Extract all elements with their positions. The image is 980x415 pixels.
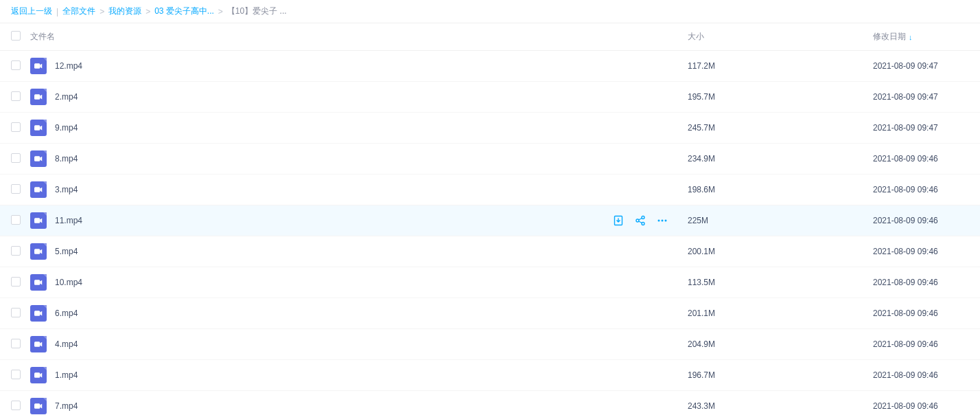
table-row[interactable]: 11.mp4225M2021-08-09 09:46 — [0, 205, 980, 236]
table-row[interactable]: 3.mp4198.6M2021-08-09 09:46 — [0, 175, 980, 205]
sort-arrow-down-icon: ↓ — [909, 33, 913, 41]
file-size: 225M — [688, 216, 873, 225]
column-header-date[interactable]: 修改日期 ↓ — [873, 31, 969, 43]
svg-point-44 — [642, 223, 644, 225]
breadcrumb-item-myresources[interactable]: 我的资源 — [108, 5, 141, 17]
column-header-date-label: 修改日期 — [873, 31, 906, 43]
table-row[interactable]: 6.mp4201.1M2021-08-09 09:46 — [0, 298, 980, 329]
video-file-icon — [30, 89, 47, 105]
file-size: 195.7M — [688, 92, 873, 102]
svg-rect-72 — [34, 341, 40, 347]
select-all-checkbox[interactable] — [11, 31, 21, 41]
video-file-icon — [30, 305, 47, 322]
breadcrumb-sep: > — [100, 7, 104, 16]
svg-rect-8 — [34, 94, 40, 100]
file-date: 2021-08-09 09:46 — [873, 401, 969, 411]
table-row[interactable]: 12.mp4117.2M2021-08-09 09:47 — [0, 51, 980, 82]
svg-rect-40 — [34, 218, 40, 223]
file-date: 2021-08-09 09:46 — [873, 339, 969, 349]
file-size: 117.2M — [688, 61, 873, 71]
row-checkbox[interactable] — [11, 153, 21, 163]
row-checkbox[interactable] — [11, 60, 21, 70]
video-file-icon — [30, 120, 47, 136]
video-file-icon — [30, 212, 47, 229]
table-row[interactable]: 8.mp4234.9M2021-08-09 09:46 — [0, 144, 980, 175]
svg-rect-32 — [34, 187, 40, 192]
video-file-icon — [30, 398, 47, 414]
row-checkbox[interactable] — [11, 370, 21, 379]
video-file-icon — [30, 243, 47, 260]
row-checkbox[interactable] — [11, 308, 21, 317]
file-date: 2021-08-09 09:47 — [873, 123, 969, 133]
file-size: 234.9M — [688, 154, 873, 164]
file-size: 245.7M — [688, 123, 873, 133]
breadcrumb-item-folder3[interactable]: 03 爱尖子高中... — [154, 5, 214, 17]
svg-point-47 — [665, 220, 667, 222]
file-list: 12.mp4117.2M2021-08-09 09:472.mp4195.7M2… — [0, 51, 980, 415]
row-checkbox[interactable] — [11, 277, 21, 287]
file-date: 2021-08-09 09:46 — [873, 216, 969, 225]
file-size: 113.5M — [688, 278, 873, 287]
file-name[interactable]: 10.mp4 — [55, 278, 82, 287]
file-date: 2021-08-09 09:46 — [873, 278, 969, 287]
table-row[interactable]: 1.mp4196.7M2021-08-09 09:46 — [0, 360, 980, 391]
row-checkbox[interactable] — [11, 401, 21, 410]
row-checkbox[interactable] — [11, 91, 21, 101]
row-checkbox[interactable] — [11, 215, 21, 225]
column-header-name[interactable]: 文件名 — [27, 31, 612, 43]
file-name[interactable]: 8.mp4 — [55, 154, 78, 164]
file-name[interactable]: 6.mp4 — [55, 309, 78, 318]
file-name[interactable]: 5.mp4 — [55, 247, 78, 256]
svg-rect-24 — [34, 156, 40, 161]
row-checkbox[interactable] — [11, 246, 21, 256]
file-size: 243.3M — [688, 401, 873, 411]
video-file-icon — [30, 181, 47, 198]
row-checkbox[interactable] — [11, 122, 21, 132]
file-name[interactable]: 12.mp4 — [55, 61, 82, 71]
breadcrumb: 返回上一级 | 全部文件 > 我的资源 > 03 爱尖子高中... > 【10】… — [0, 0, 980, 23]
column-header-size[interactable]: 大小 — [688, 31, 873, 43]
breadcrumb-back[interactable]: 返回上一级 — [11, 5, 52, 17]
file-name[interactable]: 7.mp4 — [55, 401, 78, 411]
video-file-icon — [30, 336, 47, 352]
breadcrumb-current: 【10】爱尖子 ... — [227, 5, 287, 17]
file-size: 204.9M — [688, 339, 873, 349]
table-row[interactable]: 9.mp4245.7M2021-08-09 09:47 — [0, 113, 980, 144]
row-checkbox[interactable] — [11, 184, 21, 194]
table-row[interactable]: 2.mp4195.7M2021-08-09 09:47 — [0, 82, 980, 113]
svg-rect-48 — [34, 249, 40, 254]
table-header: 文件名 大小 修改日期 ↓ — [0, 23, 980, 51]
file-name[interactable]: 11.mp4 — [55, 216, 82, 225]
svg-rect-80 — [34, 372, 40, 378]
table-row[interactable]: 4.mp4204.9M2021-08-09 09:46 — [0, 329, 980, 360]
file-name[interactable]: 9.mp4 — [55, 123, 78, 133]
svg-rect-56 — [34, 280, 40, 285]
breadcrumb-item-all[interactable]: 全部文件 — [62, 5, 95, 17]
file-date: 2021-08-09 09:47 — [873, 61, 969, 71]
row-checkbox[interactable] — [11, 339, 21, 348]
more-icon[interactable] — [656, 214, 668, 227]
table-row[interactable]: 10.mp4113.5M2021-08-09 09:46 — [0, 267, 980, 298]
table-row[interactable]: 7.mp4243.3M2021-08-09 09:46 — [0, 391, 980, 415]
svg-point-46 — [662, 220, 664, 222]
file-date: 2021-08-09 09:46 — [873, 185, 969, 194]
share-icon[interactable] — [634, 214, 646, 227]
svg-rect-64 — [34, 311, 40, 316]
video-file-icon — [30, 367, 47, 383]
download-icon[interactable] — [612, 214, 625, 227]
breadcrumb-divider: | — [56, 7, 58, 16]
svg-rect-88 — [34, 403, 40, 409]
file-size: 196.7M — [688, 370, 873, 380]
file-size: 200.1M — [688, 247, 873, 256]
file-name[interactable]: 3.mp4 — [55, 185, 78, 194]
file-date: 2021-08-09 09:47 — [873, 92, 969, 102]
table-row[interactable]: 5.mp4200.1M2021-08-09 09:46 — [0, 236, 980, 267]
file-name[interactable]: 2.mp4 — [55, 92, 78, 102]
file-name[interactable]: 4.mp4 — [55, 339, 78, 349]
svg-point-43 — [636, 219, 639, 222]
file-date: 2021-08-09 09:46 — [873, 370, 969, 380]
video-file-icon — [30, 150, 47, 167]
file-name[interactable]: 1.mp4 — [55, 370, 78, 380]
file-size: 201.1M — [688, 309, 873, 318]
svg-point-42 — [642, 216, 644, 219]
